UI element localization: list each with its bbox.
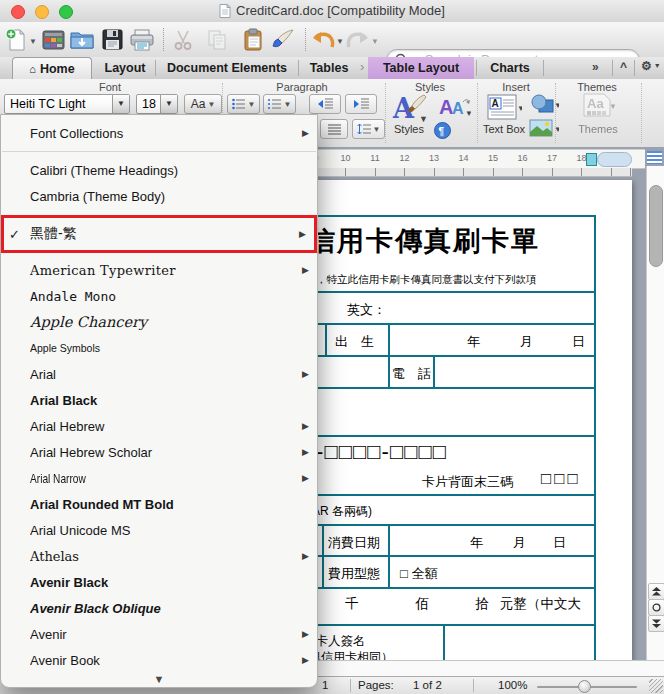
shapes-icon: ▼	[529, 94, 559, 114]
undo-dropdown-caret[interactable]: ▼	[336, 37, 344, 46]
style-guides-button[interactable]: ¶	[432, 121, 452, 139]
font-menu-item-label: 黑體-繁	[30, 225, 292, 243]
font-menu-item-label: Avenir	[30, 627, 295, 642]
window-title-area: CreditCard.doc [Compatibility Mode]	[0, 3, 664, 18]
tab-charts[interactable]: Charts	[479, 57, 541, 79]
font-menu-item[interactable]: Avenir Black	[1, 569, 317, 595]
next-page-button[interactable]	[648, 615, 664, 632]
group-label-themes: Themes	[577, 81, 617, 93]
styles-button[interactable]: A▼ Styles	[388, 93, 430, 135]
decrease-indent-button[interactable]	[309, 94, 341, 114]
font-size-caret[interactable]: ▼	[160, 95, 177, 113]
line-spacing-button[interactable]: ▼	[352, 119, 385, 139]
justify-icon	[328, 124, 341, 135]
month-label: 月	[513, 534, 526, 552]
font-menu-item[interactable]: Avenir Book▶	[1, 647, 317, 673]
font-menu-item-label: Font Collections	[30, 126, 295, 141]
undo-button[interactable]	[310, 26, 336, 53]
submenu-arrow-icon: ▶	[295, 369, 309, 379]
standard-toolbar: ▼ ▼ ▼	[0, 22, 664, 58]
split-view-icon[interactable]	[646, 150, 663, 165]
shapes-button[interactable]: ▼	[527, 93, 561, 115]
submenu-arrow-icon: ▶	[295, 655, 309, 665]
font-menu-item-label: Arial Unicode MS	[30, 523, 295, 538]
font-menu-item[interactable]: Arial Rounded MT Bold	[1, 491, 317, 517]
font-menu-item[interactable]: Arial Black	[1, 387, 317, 413]
font-menu-item-label: Arial Rounded MT Bold	[30, 497, 295, 512]
styles-button-label: Styles	[394, 123, 424, 135]
tab-overflow-chevron[interactable]: »	[592, 60, 597, 74]
change-case-button[interactable]: Aa▼	[184, 94, 222, 114]
open-button[interactable]	[69, 26, 95, 53]
font-menu-item[interactable]: Arial Hebrew▶	[1, 413, 317, 439]
font-menu-item[interactable]: Athelas▶	[1, 543, 317, 569]
ruler-number: 15	[488, 153, 498, 163]
amount-unit: 佰	[415, 595, 429, 613]
zoom-slider-thumb[interactable]	[578, 680, 591, 693]
tab-table-layout[interactable]: Table Layout	[368, 57, 474, 79]
font-menu-item[interactable]: Apple Chancery	[1, 309, 317, 335]
font-menu-item[interactable]: Andale Mono	[1, 283, 317, 309]
amount-unit: 千	[345, 595, 359, 613]
previous-page-button[interactable]	[648, 583, 664, 600]
font-menu-item[interactable]: Avenir▶	[1, 621, 317, 647]
font-menu-item[interactable]: Arial Unicode MS	[1, 517, 317, 543]
font-effects-button[interactable]: AA▼	[437, 93, 473, 119]
font-name-value: Heiti TC Light	[10, 97, 86, 111]
ribbon-settings-gear-icon[interactable]: ⚙ ▼	[641, 59, 661, 73]
font-menu-item[interactable]: Cambria (Theme Body)	[1, 183, 317, 209]
svg-text:▼: ▼	[554, 125, 559, 134]
zoom-percent: 100%	[498, 679, 527, 691]
increase-indent-button[interactable]	[345, 94, 377, 114]
svg-text:Aa: Aa	[587, 96, 604, 111]
themes-button-label: Themes	[578, 123, 618, 135]
ruler-number: 11	[370, 153, 379, 163]
indent-marker[interactable]	[586, 153, 597, 166]
save-icon	[102, 29, 123, 50]
tab-document-elements[interactable]: Document Elements	[158, 57, 296, 79]
page-number: 1	[322, 679, 328, 691]
text-box-button[interactable]: A▼ Text Box	[482, 93, 526, 135]
numbering-button[interactable]: ▼	[263, 94, 296, 114]
select-browse-object-button[interactable]	[648, 599, 664, 616]
font-menu-item[interactable]: Apple Symbols	[1, 335, 317, 361]
tab-home[interactable]: ⌂Home	[12, 57, 92, 79]
picture-button[interactable]: ▼	[527, 117, 561, 139]
new-document-button[interactable]	[3, 26, 29, 53]
font-name-combo[interactable]: Heiti TC Light ▼	[4, 94, 130, 114]
scroll-down-arrow-icon[interactable]: ▼	[1, 673, 317, 685]
ribbon-tabbar: ⌂Home Layout Document Elements Tables › …	[0, 57, 664, 80]
font-menu-item-label: American Typewriter	[30, 263, 295, 278]
bullet-list-icon	[232, 98, 246, 110]
double-down-arrow-icon	[652, 619, 661, 628]
print-button[interactable]	[129, 26, 155, 53]
paste-button[interactable]	[240, 26, 266, 53]
window-resize-grip[interactable]	[649, 679, 663, 693]
birth-label: 出 生	[335, 333, 374, 351]
font-name-caret[interactable]: ▼	[112, 95, 129, 113]
justify-button[interactable]	[320, 119, 348, 139]
ruler-number: 18	[576, 153, 586, 163]
font-menu-item[interactable]: Arial Hebrew Scholar▶	[1, 439, 317, 465]
font-size-combo[interactable]: 18 ▼	[136, 94, 178, 114]
font-menu-item[interactable]: ✓黑體-繁▶	[1, 215, 317, 253]
save-button[interactable]	[99, 26, 125, 53]
tab-layout[interactable]: Layout	[97, 57, 153, 79]
vertical-scrollbar[interactable]	[646, 166, 664, 660]
font-menu-item[interactable]: Avenir Black Oblique	[1, 595, 317, 621]
gallery-button[interactable]	[40, 26, 66, 53]
ruler-right-margin	[597, 152, 632, 167]
font-menu-item[interactable]: Calibri (Theme Headings)	[1, 157, 317, 183]
ribbon-collapse-button[interactable]: ^	[620, 60, 627, 74]
bullets-button[interactable]: ▼	[227, 94, 260, 114]
english-label: 英文：	[347, 301, 386, 319]
vertical-scrollbar-thumb[interactable]	[649, 185, 663, 267]
new-dropdown-caret[interactable]: ▼	[29, 37, 37, 46]
font-menu-item[interactable]: Font Collections▶	[1, 120, 317, 146]
gallery-icon	[42, 29, 65, 51]
tab-tables[interactable]: Tables	[301, 57, 357, 79]
font-menu-item[interactable]: American Typewriter▶	[1, 257, 317, 283]
font-menu-item[interactable]: Arial▶	[1, 361, 317, 387]
format-painter-button[interactable]	[270, 26, 296, 53]
font-menu-item[interactable]: Arial Narrow▶	[1, 465, 317, 491]
